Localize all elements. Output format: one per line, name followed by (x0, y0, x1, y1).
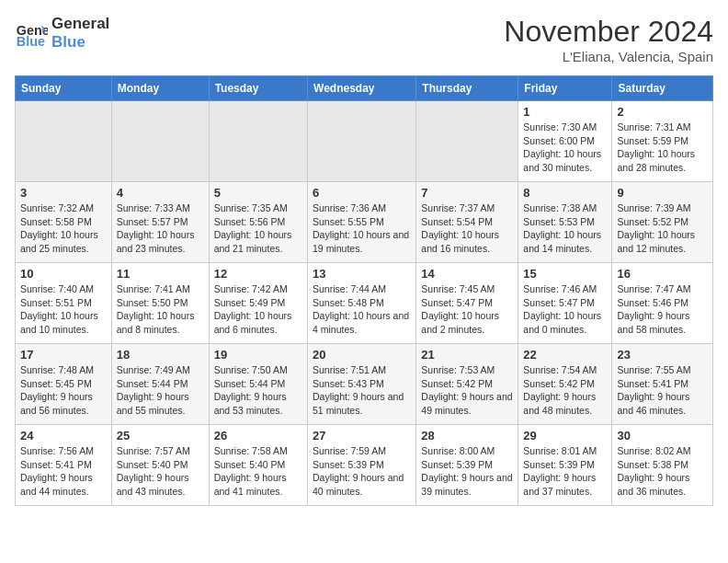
day-number: 18 (117, 348, 204, 362)
day-info: Sunrise: 8:02 AM Sunset: 5:38 PM Dayligh… (617, 444, 708, 499)
calendar-header-row: SundayMondayTuesdayWednesdayThursdayFrid… (16, 76, 713, 101)
calendar-cell: 24 Sunrise: 7:56 AM Sunset: 5:41 PM Dayl… (16, 425, 112, 506)
calendar-cell: 2 Sunrise: 7:31 AM Sunset: 5:59 PM Dayli… (612, 101, 713, 182)
calendar-cell: 19 Sunrise: 7:50 AM Sunset: 5:44 PM Dayl… (209, 344, 307, 425)
day-info: Sunrise: 7:50 AM Sunset: 5:44 PM Dayligh… (214, 363, 302, 418)
weekday-header: Tuesday (209, 76, 307, 101)
day-info: Sunrise: 7:31 AM Sunset: 5:59 PM Dayligh… (617, 121, 708, 175)
weekday-header: Saturday (612, 76, 713, 101)
logo: General Blue General Blue (15, 15, 109, 52)
day-number: 29 (523, 429, 607, 442)
calendar-cell: 13 Sunrise: 7:44 AM Sunset: 5:48 PM Dayl… (308, 263, 416, 344)
weekday-header: Sunday (16, 76, 112, 101)
location-title: L'Eliana, Valencia, Spain (504, 49, 713, 64)
day-number: 7 (421, 186, 513, 200)
day-number: 4 (117, 186, 204, 200)
calendar-cell: 1 Sunrise: 7:30 AM Sunset: 6:00 PM Dayli… (518, 101, 612, 182)
calendar-cell: 4 Sunrise: 7:33 AM Sunset: 5:57 PM Dayli… (111, 182, 209, 263)
day-info: Sunrise: 7:46 AM Sunset: 5:47 PM Dayligh… (523, 282, 607, 337)
day-number: 11 (117, 267, 204, 281)
day-number: 13 (313, 267, 411, 281)
day-info: Sunrise: 7:40 AM Sunset: 5:51 PM Dayligh… (20, 282, 107, 337)
day-number: 2 (617, 105, 708, 119)
day-number: 30 (617, 429, 708, 442)
day-info: Sunrise: 7:57 AM Sunset: 5:40 PM Dayligh… (117, 444, 204, 499)
calendar-cell: 21 Sunrise: 7:53 AM Sunset: 5:42 PM Dayl… (416, 344, 518, 425)
day-info: Sunrise: 7:42 AM Sunset: 5:49 PM Dayligh… (214, 282, 302, 337)
day-info: Sunrise: 7:41 AM Sunset: 5:50 PM Dayligh… (117, 282, 204, 337)
calendar-cell: 10 Sunrise: 7:40 AM Sunset: 5:51 PM Dayl… (16, 263, 112, 344)
day-info: Sunrise: 7:33 AM Sunset: 5:57 PM Dayligh… (117, 201, 204, 256)
calendar-cell: 18 Sunrise: 7:49 AM Sunset: 5:44 PM Dayl… (111, 344, 209, 425)
calendar-cell: 28 Sunrise: 8:00 AM Sunset: 5:39 PM Dayl… (416, 425, 518, 506)
day-number: 19 (214, 348, 302, 362)
day-number: 20 (313, 348, 411, 362)
day-number: 8 (523, 186, 607, 200)
day-info: Sunrise: 7:51 AM Sunset: 5:43 PM Dayligh… (313, 363, 411, 418)
calendar-cell: 20 Sunrise: 7:51 AM Sunset: 5:43 PM Dayl… (308, 344, 416, 425)
day-info: Sunrise: 7:36 AM Sunset: 5:55 PM Dayligh… (313, 201, 411, 256)
weekday-header: Wednesday (308, 76, 416, 101)
calendar-cell: 14 Sunrise: 7:45 AM Sunset: 5:47 PM Dayl… (416, 263, 518, 344)
day-info: Sunrise: 7:44 AM Sunset: 5:48 PM Dayligh… (313, 282, 411, 337)
day-number: 16 (617, 267, 708, 281)
weekday-header: Monday (111, 76, 209, 101)
logo-line2: Blue (51, 33, 109, 52)
calendar-cell (111, 101, 209, 182)
calendar-cell: 23 Sunrise: 7:55 AM Sunset: 5:41 PM Dayl… (612, 344, 713, 425)
day-info: Sunrise: 7:32 AM Sunset: 5:58 PM Dayligh… (20, 201, 107, 256)
calendar-cell (209, 101, 307, 182)
day-number: 24 (20, 429, 107, 442)
logo-icon: General Blue (15, 17, 48, 50)
calendar-cell (308, 101, 416, 182)
day-info: Sunrise: 7:48 AM Sunset: 5:45 PM Dayligh… (20, 363, 107, 418)
calendar-cell: 29 Sunrise: 8:01 AM Sunset: 5:39 PM Dayl… (518, 425, 612, 506)
calendar-cell: 6 Sunrise: 7:36 AM Sunset: 5:55 PM Dayli… (308, 182, 416, 263)
calendar-cell (16, 101, 112, 182)
day-info: Sunrise: 7:53 AM Sunset: 5:42 PM Dayligh… (421, 363, 513, 418)
calendar-week-row: 17 Sunrise: 7:48 AM Sunset: 5:45 PM Dayl… (16, 344, 713, 425)
day-number: 10 (20, 267, 107, 281)
calendar-cell: 30 Sunrise: 8:02 AM Sunset: 5:38 PM Dayl… (612, 425, 713, 506)
calendar-cell: 9 Sunrise: 7:39 AM Sunset: 5:52 PM Dayli… (612, 182, 713, 263)
day-number: 28 (421, 429, 513, 442)
page-header: General Blue General Blue November 2024 … (15, 15, 713, 64)
day-info: Sunrise: 7:35 AM Sunset: 5:56 PM Dayligh… (214, 201, 302, 256)
day-info: Sunrise: 7:49 AM Sunset: 5:44 PM Dayligh… (117, 363, 204, 418)
calendar-cell (416, 101, 518, 182)
calendar-cell: 26 Sunrise: 7:58 AM Sunset: 5:40 PM Dayl… (209, 425, 307, 506)
calendar-cell: 27 Sunrise: 7:59 AM Sunset: 5:39 PM Dayl… (308, 425, 416, 506)
day-number: 14 (421, 267, 513, 281)
day-number: 9 (617, 186, 708, 200)
calendar-cell: 3 Sunrise: 7:32 AM Sunset: 5:58 PM Dayli… (16, 182, 112, 263)
day-number: 21 (421, 348, 513, 362)
calendar-cell: 17 Sunrise: 7:48 AM Sunset: 5:45 PM Dayl… (16, 344, 112, 425)
day-number: 27 (313, 429, 411, 442)
calendar-table: SundayMondayTuesdayWednesdayThursdayFrid… (15, 75, 713, 506)
day-info: Sunrise: 7:37 AM Sunset: 5:54 PM Dayligh… (421, 201, 513, 256)
calendar-cell: 7 Sunrise: 7:37 AM Sunset: 5:54 PM Dayli… (416, 182, 518, 263)
calendar-week-row: 3 Sunrise: 7:32 AM Sunset: 5:58 PM Dayli… (16, 182, 713, 263)
day-info: Sunrise: 7:56 AM Sunset: 5:41 PM Dayligh… (20, 444, 107, 499)
day-info: Sunrise: 7:55 AM Sunset: 5:41 PM Dayligh… (617, 363, 708, 418)
calendar-week-row: 1 Sunrise: 7:30 AM Sunset: 6:00 PM Dayli… (16, 101, 713, 182)
calendar-cell: 8 Sunrise: 7:38 AM Sunset: 5:53 PM Dayli… (518, 182, 612, 263)
calendar-cell: 16 Sunrise: 7:47 AM Sunset: 5:46 PM Dayl… (612, 263, 713, 344)
day-info: Sunrise: 7:54 AM Sunset: 5:42 PM Dayligh… (523, 363, 607, 418)
day-number: 12 (214, 267, 302, 281)
month-title: November 2024 (504, 15, 713, 49)
day-info: Sunrise: 8:00 AM Sunset: 5:39 PM Dayligh… (421, 444, 513, 499)
day-info: Sunrise: 7:59 AM Sunset: 5:39 PM Dayligh… (313, 444, 411, 499)
calendar-cell: 15 Sunrise: 7:46 AM Sunset: 5:47 PM Dayl… (518, 263, 612, 344)
day-info: Sunrise: 8:01 AM Sunset: 5:39 PM Dayligh… (523, 444, 607, 499)
day-number: 23 (617, 348, 708, 362)
calendar-cell: 12 Sunrise: 7:42 AM Sunset: 5:49 PM Dayl… (209, 263, 307, 344)
calendar-week-row: 24 Sunrise: 7:56 AM Sunset: 5:41 PM Dayl… (16, 425, 713, 506)
logo-line1: General (51, 15, 109, 33)
day-info: Sunrise: 7:30 AM Sunset: 6:00 PM Dayligh… (523, 121, 607, 175)
title-block: November 2024 L'Eliana, Valencia, Spain (504, 15, 713, 64)
day-number: 3 (20, 186, 107, 200)
weekday-header: Thursday (416, 76, 518, 101)
day-info: Sunrise: 7:45 AM Sunset: 5:47 PM Dayligh… (421, 282, 513, 337)
day-number: 22 (523, 348, 607, 362)
